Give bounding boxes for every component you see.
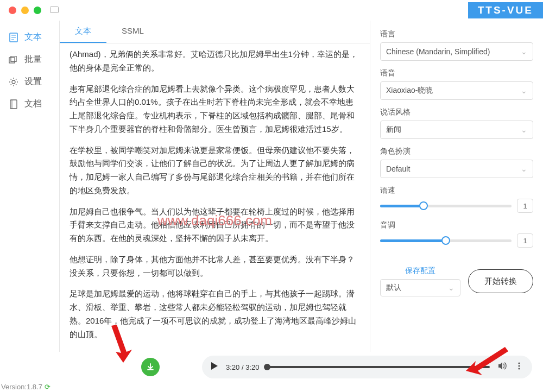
download-button[interactable] [141,358,160,376]
chevron-down-icon: ⌄ [448,283,454,292]
refresh-icon[interactable]: ⟳ [45,383,50,391]
pitch-value: 1 [517,233,533,248]
play-button[interactable] [211,362,218,372]
start-convert-button[interactable]: 开始转换 [468,269,533,293]
svg-rect-6 [11,56,16,61]
docs-icon [9,99,18,109]
sidebar-item-label: 批量 [24,54,42,65]
voice-select[interactable]: Xiaoxiao-晓晓 ⌄ [380,81,533,100]
style-select[interactable]: 新闻 ⌄ [380,121,533,139]
sidebar-item-settings[interactable]: 设置 [0,71,59,93]
chevron-down-icon: ⌄ [521,165,527,173]
paragraph: 足球是加尼姆最爱的运动，他将球鞋穿在自己的手上，与其他孩子一起踢球。潜水、滑板、… [70,287,360,341]
app-title: TTS-VUE [468,2,543,18]
speed-slider[interactable] [380,205,512,207]
sidebar: 文本 批量 设置 文档 [0,21,60,352]
svg-point-13 [518,368,520,369]
pitch-slider[interactable] [380,239,512,242]
svg-rect-8 [10,100,17,109]
chevron-down-icon: ⌄ [521,47,527,56]
tab-ssml[interactable]: SSML [106,21,159,43]
lang-label: 语言 [380,29,533,39]
sidebar-item-batch[interactable]: 批量 [0,48,59,71]
close-dot[interactable] [9,7,16,14]
chevron-down-icon: ⌄ [521,125,527,134]
traffic-lights [9,7,41,14]
batch-icon [9,55,18,65]
preset-select[interactable]: 默认 ⌄ [380,279,460,296]
paragraph: 患有尾部退化综合症的加尼姆看上去就像个异类。这个病极度罕见，患者人数大约占全世界… [70,83,360,136]
audio-player: 3:20 / 3:20 [202,356,532,378]
save-config-link[interactable]: 保存配置 [380,266,460,276]
text-content[interactable]: (Ahmad)，兄弟俩的关系非常好。艾哈迈德只比加尼姆早出生1分钟，幸运的是，他… [60,43,370,352]
speed-label: 语速 [380,186,533,195]
sidebar-item-label: 设置 [24,76,42,87]
svg-marker-10 [211,362,218,370]
role-select[interactable]: Default ⌄ [380,160,533,178]
version-label: Version:1.8.7⟳ [1,383,50,391]
paragraph: (Ahmad)，兄弟俩的关系非常好。艾哈迈德只比加尼姆早出生1分钟，幸运的是，他… [70,48,360,75]
paragraph: 他想证明，除了身体，其他方面他并不比常人差，甚至要更优秀。没有下半身？没关系，只… [70,253,360,280]
center-panel: 文本 SSML (Ahmad)，兄弟俩的关系非常好。艾哈迈德只比加尼姆早出生1分… [60,21,370,352]
tabs: 文本 SSML [60,21,370,43]
pitch-label: 音调 [380,220,533,230]
svg-point-12 [518,365,520,366]
sidebar-item-label: 文档 [24,98,42,110]
svg-rect-5 [9,58,15,63]
gear-icon [9,77,18,87]
voice-label: 语音 [380,68,533,78]
lang-select[interactable]: Chinese (Mandarin, Simplified) ⌄ [380,42,533,61]
titlebar: TTS-VUE [0,0,543,21]
maximize-dot[interactable] [34,7,41,14]
svg-rect-0 [50,7,59,13]
speed-value: 1 [517,199,533,213]
svg-point-11 [518,362,520,364]
window-icon [50,5,59,15]
style-label: 说话风格 [380,108,533,117]
player-bar: 3:20 / 3:20 [60,352,543,382]
time-display: 3:20 / 3:20 [226,363,259,371]
sidebar-item-text[interactable]: 文本 [0,26,59,48]
paragraph: 加尼姆自己也很争气。当人们以为他这辈子都要在轮椅上度过的时候，他选择用手臂来支撑… [70,205,360,245]
right-panel: 语言 Chinese (Mandarin, Simplified) ⌄ 语音 X… [370,21,543,352]
sidebar-item-label: 文本 [24,31,42,43]
volume-icon[interactable] [497,362,507,372]
role-label: 角色扮演 [380,147,533,156]
tab-text[interactable]: 文本 [60,21,106,43]
document-icon [9,33,18,42]
paragraph: 在学校里，被同学嘲笑对加尼姆来说更是家常便饭。但母亲仍建议他不要失落，鼓励他与同… [70,144,360,198]
progress-track[interactable] [267,366,490,368]
more-menu-icon[interactable] [515,362,523,372]
svg-point-7 [12,80,15,84]
minimize-dot[interactable] [21,7,29,14]
chevron-down-icon: ⌄ [521,86,527,95]
sidebar-item-docs[interactable]: 文档 [0,93,59,115]
